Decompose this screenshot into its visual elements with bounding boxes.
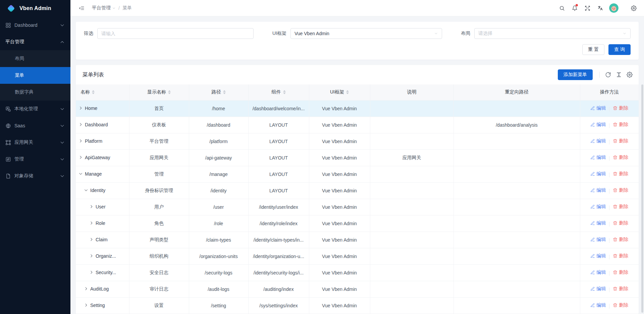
expand-icon[interactable] xyxy=(78,139,83,143)
cell-name-text: ApiGateway xyxy=(85,155,110,160)
table-row[interactable]: User 用户 /user /identity/user/index Vue V… xyxy=(76,199,639,215)
sort-icons[interactable] xyxy=(92,90,95,94)
expand-icon[interactable] xyxy=(84,303,88,307)
expand-icon[interactable] xyxy=(89,204,94,209)
sort-icons[interactable] xyxy=(283,90,286,94)
table-row[interactable]: ApiGateway 应用网关 /api-gateway LAYOUT Vue … xyxy=(76,149,639,166)
edit-button[interactable]: 编辑 xyxy=(590,154,606,161)
sidebar-item-gateway[interactable]: 应用网关 xyxy=(0,134,70,151)
col-header-ui-framework[interactable]: UI框架 xyxy=(309,84,370,100)
add-menu-button[interactable]: 添加新菜单 xyxy=(558,69,593,80)
expand-icon[interactable] xyxy=(89,221,94,225)
expand-icon[interactable] xyxy=(89,237,94,242)
col-header-display-name[interactable]: 显示名称 xyxy=(129,84,189,100)
delete-trash-icon xyxy=(613,122,618,127)
expand-icon[interactable] xyxy=(84,287,88,291)
sidebar-item-platform[interactable]: 平台管理 xyxy=(0,34,70,50)
expand-icon[interactable] xyxy=(89,270,94,274)
table-row[interactable]: Security... 安全日志 /security-logs /identit… xyxy=(76,264,639,281)
sidebar-item-object-storage[interactable]: 对象存储 xyxy=(0,168,70,184)
collapse-sidebar-button[interactable] xyxy=(76,2,87,14)
reset-button[interactable]: 重 置 xyxy=(582,44,604,55)
expand-icon[interactable] xyxy=(78,122,83,127)
cell-name-text: Dashboard xyxy=(85,122,108,127)
table-row[interactable]: AuditLog 审计日志 /audit-logs /auditing/inde… xyxy=(76,281,639,297)
language-button[interactable] xyxy=(594,2,606,14)
filter-input-wrap xyxy=(97,28,254,39)
delete-button[interactable]: 删除 xyxy=(613,253,628,259)
user-avatar[interactable] xyxy=(609,3,619,13)
table-row[interactable]: Home 首页 /home /dashboard/welcome/in... V… xyxy=(76,100,639,117)
settings-button[interactable] xyxy=(628,2,639,14)
table-row[interactable]: Role 角色 /role /identity/role/index Vue V… xyxy=(76,215,639,232)
delete-button[interactable]: 删除 xyxy=(613,187,628,193)
delete-button[interactable]: 删除 xyxy=(613,237,628,243)
table-row[interactable]: Organiz... 组织机构 /organization-units /ide… xyxy=(76,248,639,264)
sidebar-item-dashboard[interactable]: Dashboard xyxy=(0,17,70,34)
sidebar-item-layout[interactable]: 布局 xyxy=(0,50,70,67)
sidebar-item-manage[interactable]: 管理 xyxy=(0,151,70,168)
cell-path: /home xyxy=(189,100,248,117)
edit-pencil-icon xyxy=(590,122,595,127)
delete-button[interactable]: 删除 xyxy=(613,154,628,161)
sidebar-item-label: 管理 xyxy=(14,156,56,162)
edit-button[interactable]: 编辑 xyxy=(590,171,606,177)
edit-button[interactable]: 编辑 xyxy=(590,138,606,144)
table-settings-button[interactable] xyxy=(627,72,633,78)
edit-button[interactable]: 编辑 xyxy=(590,253,606,259)
col-header-path[interactable]: 路径 xyxy=(189,84,248,100)
edit-button[interactable]: 编辑 xyxy=(590,122,606,128)
sidebar-item-saas[interactable]: Saas xyxy=(0,117,70,134)
table-row[interactable]: Dashboard 仪表板 /dashboard LAYOUT Vue Vben… xyxy=(76,117,639,133)
fullscreen-button[interactable] xyxy=(582,2,593,14)
col-header-name[interactable]: 名称 xyxy=(76,84,129,100)
delete-button[interactable]: 删除 xyxy=(613,269,628,275)
expand-icon[interactable] xyxy=(84,188,88,192)
page-scrollbar[interactable] xyxy=(641,84,643,313)
edit-button[interactable]: 编辑 xyxy=(590,220,606,226)
layout-select[interactable]: 请选择 xyxy=(474,28,631,39)
delete-button[interactable]: 删除 xyxy=(613,122,628,128)
delete-button[interactable]: 删除 xyxy=(613,302,628,308)
table-row[interactable]: Identity 身份标识管理 /identity LAYOUT Vue Vbe… xyxy=(76,182,639,199)
col-header-component[interactable]: 组件 xyxy=(248,84,309,100)
fullscreen-icon xyxy=(585,5,590,11)
breadcrumb-platform[interactable]: 平台管理 xyxy=(92,5,116,11)
table-row[interactable]: Setting 设置 /setting /sys/settings/index … xyxy=(76,297,639,314)
delete-button[interactable]: 删除 xyxy=(613,286,628,292)
sidebar-item-menu[interactable]: 菜单 xyxy=(0,67,70,84)
expand-icon[interactable] xyxy=(78,172,83,176)
delete-button[interactable]: 删除 xyxy=(613,220,628,226)
search-button[interactable] xyxy=(556,2,568,14)
table-row[interactable]: Claim 声明类型 /claim-types /identity/claim-… xyxy=(76,232,639,248)
notifications-button[interactable] xyxy=(569,2,580,14)
sidebar-item-data-dictionary[interactable]: 数据字典 xyxy=(0,84,70,101)
row-height-button[interactable] xyxy=(616,72,622,78)
delete-button[interactable]: 删除 xyxy=(613,105,628,111)
edit-button[interactable]: 编辑 xyxy=(590,105,606,111)
app-logo[interactable]: Vben Admin xyxy=(0,0,70,17)
filter-input[interactable] xyxy=(101,31,250,36)
sort-icons[interactable] xyxy=(168,90,171,94)
ui-framework-select[interactable]: Vue Vben Admin xyxy=(290,28,442,39)
delete-button[interactable]: 删除 xyxy=(613,204,628,210)
expand-icon[interactable] xyxy=(78,155,83,160)
expand-icon[interactable] xyxy=(78,106,83,110)
action-divider xyxy=(609,189,609,194)
table-row[interactable]: Manage 管理 /manage LAYOUT Vue Vben Admin … xyxy=(76,166,639,182)
sidebar-item-localization[interactable]: 本地化管理 xyxy=(0,101,70,117)
edit-button[interactable]: 编辑 xyxy=(590,269,606,275)
sort-icons[interactable] xyxy=(223,90,226,94)
edit-button[interactable]: 编辑 xyxy=(590,237,606,243)
delete-button[interactable]: 删除 xyxy=(613,138,628,144)
sort-icons[interactable] xyxy=(346,90,349,94)
refresh-button[interactable] xyxy=(605,72,611,78)
edit-button[interactable]: 编辑 xyxy=(590,286,606,292)
delete-button[interactable]: 删除 xyxy=(613,171,628,177)
expand-icon[interactable] xyxy=(89,254,94,258)
edit-button[interactable]: 编辑 xyxy=(590,187,606,193)
edit-button[interactable]: 编辑 xyxy=(590,204,606,210)
table-row[interactable]: Platform 平台管理 /platform LAYOUT Vue Vben … xyxy=(76,133,639,149)
edit-button[interactable]: 编辑 xyxy=(590,302,606,308)
query-button[interactable]: 查 询 xyxy=(608,44,631,55)
